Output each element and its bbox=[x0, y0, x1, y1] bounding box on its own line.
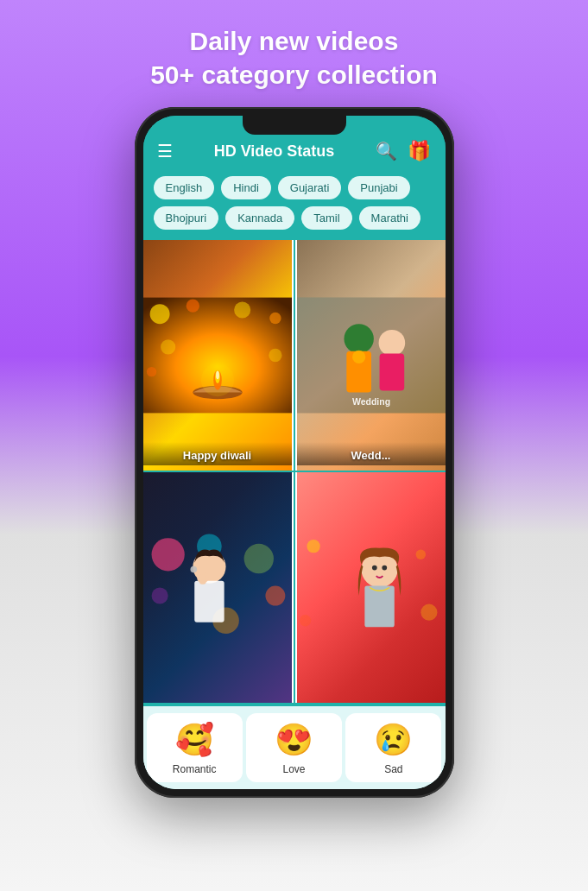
emoji-card-love[interactable]: 😍 Love bbox=[246, 713, 342, 782]
lang-tamil[interactable]: Tamil bbox=[301, 206, 351, 230]
sad-label: Sad bbox=[384, 763, 402, 775]
divider-v2 bbox=[294, 472, 295, 703]
promo-header: Daily new videos 50+ category collection bbox=[150, 24, 438, 92]
emoji-card-sad[interactable]: 😢 Sad bbox=[345, 713, 441, 782]
svg-point-4 bbox=[269, 313, 281, 324]
video-grid: Happy diwali bbox=[143, 240, 446, 789]
svg-point-28 bbox=[190, 566, 197, 573]
svg-point-1 bbox=[149, 304, 169, 324]
language-row-1: English Hindi Gujarati Punjabi bbox=[154, 176, 435, 199]
lang-kannada[interactable]: Kannada bbox=[225, 206, 294, 230]
language-section: English Hindi Gujarati Punjabi Bhojpuri … bbox=[143, 171, 446, 240]
lang-hindi[interactable]: Hindi bbox=[221, 176, 271, 199]
phone-screen: ☰ HD Video Status 🔍 🎁 English Hindi Guja… bbox=[143, 116, 446, 789]
svg-point-23 bbox=[243, 544, 273, 573]
romantic-label: Romantic bbox=[173, 763, 217, 775]
svg-point-32 bbox=[307, 540, 319, 553]
svg-rect-31 bbox=[199, 574, 205, 584]
lang-english[interactable]: English bbox=[154, 176, 215, 199]
video-label-diwali: Happy diwali bbox=[143, 442, 292, 465]
video-card-diwali[interactable]: Happy diwali bbox=[143, 240, 292, 471]
svg-point-21 bbox=[151, 538, 184, 571]
search-icon[interactable]: 🔍 bbox=[376, 141, 397, 161]
svg-point-24 bbox=[265, 586, 285, 606]
video-card-wedding[interactable]: Wedding Wedd... bbox=[297, 240, 446, 471]
love-label: Love bbox=[282, 763, 305, 775]
svg-point-35 bbox=[299, 615, 310, 626]
svg-point-2 bbox=[186, 300, 199, 313]
svg-point-19 bbox=[352, 351, 365, 363]
emoji-card-romantic[interactable]: 🥰 Romantic bbox=[147, 713, 243, 782]
svg-point-37 bbox=[371, 566, 376, 571]
video-row-1: Happy diwali bbox=[143, 240, 446, 471]
lang-gujarati[interactable]: Gujarati bbox=[278, 176, 342, 199]
divider-v1 bbox=[294, 240, 295, 471]
video-label-wedding: Wedd... bbox=[297, 442, 446, 465]
svg-rect-18 bbox=[379, 354, 404, 391]
svg-point-25 bbox=[151, 588, 168, 604]
gift-icon[interactable]: 🎁 bbox=[408, 140, 431, 162]
phone-notch bbox=[243, 116, 346, 135]
promo-line2: 50+ category collection bbox=[150, 58, 438, 92]
svg-point-5 bbox=[161, 339, 175, 354]
app-bar-icons: 🔍 🎁 bbox=[376, 140, 431, 162]
sad-emoji: 😢 bbox=[374, 722, 413, 758]
svg-point-17 bbox=[378, 330, 405, 357]
lang-marathi[interactable]: Marathi bbox=[359, 206, 420, 230]
love-emoji: 😍 bbox=[275, 722, 313, 758]
svg-point-6 bbox=[146, 367, 155, 376]
promo-line1: Daily new videos bbox=[150, 24, 438, 58]
svg-point-33 bbox=[415, 550, 425, 559]
menu-icon[interactable]: ☰ bbox=[157, 141, 173, 161]
video-card-bollywood2[interactable] bbox=[297, 472, 446, 703]
lang-punjabi[interactable]: Punjabi bbox=[348, 176, 409, 199]
svg-point-38 bbox=[382, 566, 387, 571]
language-row-2: Bhojpuri Kannada Tamil Marathi bbox=[154, 206, 435, 230]
video-card-bollywood1[interactable] bbox=[143, 472, 292, 703]
video-row-2 bbox=[143, 472, 446, 703]
emoji-category-row: 🥰 Romantic 😍 Love 😢 Sad bbox=[143, 705, 446, 789]
lang-bhojpuri[interactable]: Bhojpuri bbox=[154, 206, 219, 230]
svg-point-15 bbox=[344, 324, 373, 353]
svg-rect-29 bbox=[194, 581, 224, 622]
app-title: HD Video Status bbox=[214, 142, 335, 161]
svg-text:Wedding: Wedding bbox=[351, 396, 389, 407]
svg-point-34 bbox=[420, 604, 437, 621]
svg-rect-39 bbox=[364, 586, 394, 628]
svg-point-12 bbox=[200, 363, 233, 396]
phone-mockup: ☰ HD Video Status 🔍 🎁 English Hindi Guja… bbox=[135, 107, 454, 798]
svg-point-7 bbox=[269, 349, 281, 362]
svg-point-3 bbox=[234, 301, 250, 318]
romantic-emoji: 🥰 bbox=[175, 722, 214, 758]
